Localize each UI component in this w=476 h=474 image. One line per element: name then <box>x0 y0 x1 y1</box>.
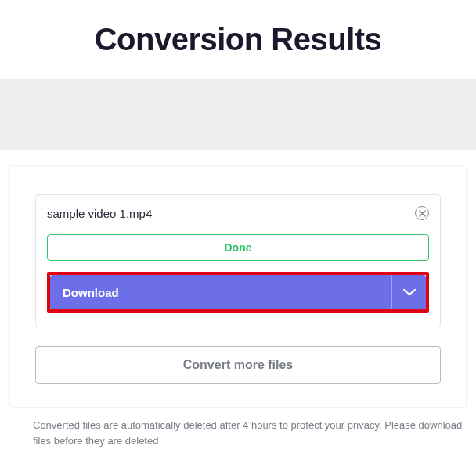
file-name: sample video 1.mp4 <box>47 207 152 220</box>
card-footer: Convert more files <box>35 346 441 384</box>
privacy-note: Converted files are automatically delete… <box>33 418 467 448</box>
ad-placeholder <box>0 79 476 150</box>
file-header: sample video 1.mp4 <box>47 206 429 220</box>
remove-file-button[interactable] <box>415 206 429 220</box>
download-label: Download <box>50 275 391 309</box>
download-button[interactable]: Download <box>50 275 426 309</box>
status-badge: Done <box>47 234 429 261</box>
convert-more-button[interactable]: Convert more files <box>35 346 441 384</box>
file-block: sample video 1.mp4 Done Download <box>35 194 441 327</box>
close-icon <box>419 210 426 217</box>
results-card: sample video 1.mp4 Done Download Convert… <box>9 165 467 408</box>
download-options-toggle[interactable] <box>391 275 426 309</box>
page-title: Conversion Results <box>0 0 476 79</box>
download-highlight: Download <box>47 272 429 313</box>
chevron-down-icon <box>402 288 416 297</box>
